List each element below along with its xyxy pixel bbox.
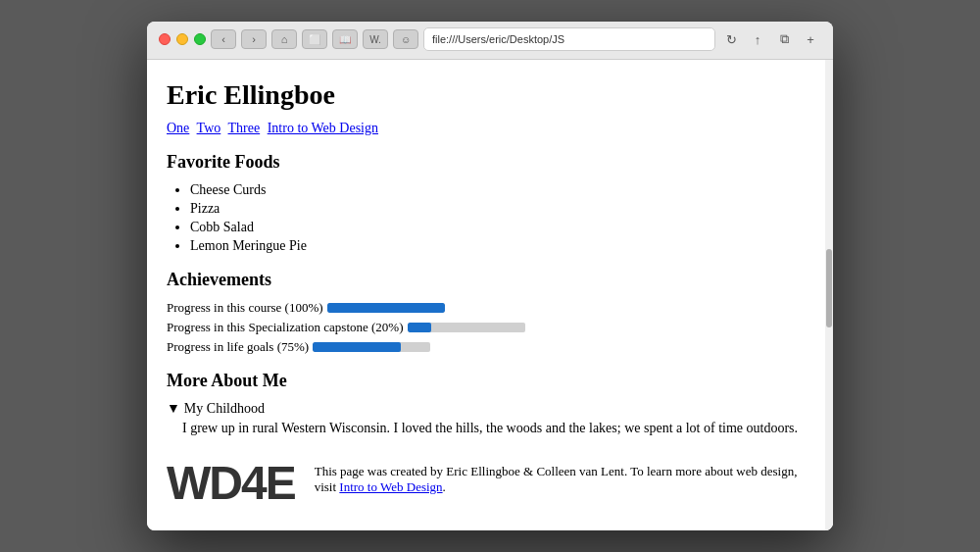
list-item: Lemon Meringue Pie [190,238,813,254]
browser-chrome: ‹ › ⌂ ⬜ 📖 W. ☺ [147,22,833,60]
close-button[interactable] [159,33,171,45]
scrollbar[interactable] [825,60,833,530]
progress-fill-course [327,303,445,313]
disclosure-content: I grew up in rural Western Wisconsin. I … [182,421,813,436]
disclosure-trigger[interactable]: ▼ My Childhood [167,401,813,417]
extension-button[interactable]: W. [363,29,388,49]
reader-mode-icon: 📖 [339,34,351,45]
progress-row-course: Progress in this course (100%) [167,300,813,316]
profile-icon: ☺ [401,34,411,45]
nav-link-two[interactable]: Two [197,121,221,135]
nav-links: One Two Three Intro to Web Design [167,121,813,136]
achievements-section: Progress in this course (100%) Progress … [167,300,813,355]
achievements-heading: Achievements [167,270,813,290]
progress-fill-capstone [408,323,431,332]
home-icon: ⌂ [281,33,288,45]
more-about-heading: More About Me [167,371,813,391]
wd4e-logo: WD4E [167,456,295,510]
list-item: Cheese Curds [190,182,813,198]
refresh-icon: ↻ [726,32,737,47]
disclosure-section: ▼ My Childhood I grew up in rural Wester… [167,401,813,436]
new-tab-button[interactable]: + [800,28,821,50]
toolbar-row: ‹ › ⌂ ⬜ 📖 W. ☺ [147,22,833,59]
progress-fill-life [313,342,401,352]
progress-row-capstone: Progress in this Specialization capstone… [167,320,813,335]
progress-bar-life [313,342,430,352]
back-icon: ‹ [221,33,225,45]
minimize-button[interactable] [176,33,188,45]
progress-row-life: Progress in life goals (75%) [167,339,813,355]
maximize-button[interactable] [194,33,206,45]
share-button[interactable]: ↑ [747,28,768,50]
forward-icon: › [252,33,256,45]
tabs-overview-button[interactable]: ⧉ [773,28,795,50]
nav-link-intro[interactable]: Intro to Web Design [268,121,378,135]
home-button[interactable]: ⌂ [271,29,297,49]
nav-link-one[interactable]: One [167,121,189,135]
new-tab-icon: + [807,32,814,47]
disclosure-label: My Childhood [184,401,265,417]
refresh-button[interactable]: ↻ [720,28,742,50]
tab-view-icon: ⬜ [309,34,320,45]
tabs-icon: ⧉ [780,31,789,47]
address-bar[interactable]: file:///Users/eric/Desktop/JS [423,27,715,51]
progress-label-course: Progress in this course (100%) [167,300,323,316]
back-button[interactable]: ‹ [211,29,236,49]
traffic-lights [159,33,206,45]
page-content: Eric Ellingboe One Two Three Intro to We… [147,60,833,530]
footer-link-label: Intro to Web Design [339,479,442,494]
list-item: Pizza [190,201,813,217]
tab-view-button[interactable]: ⬜ [302,29,327,49]
disclosure-arrow: ▼ [167,401,180,417]
browser-window: ‹ › ⌂ ⬜ 📖 W. ☺ [147,22,833,530]
food-list: Cheese Curds Pizza Cobb Salad Lemon Meri… [190,182,813,254]
progress-bar-course [327,303,445,313]
profile-button[interactable]: ☺ [393,29,418,49]
favorite-foods-heading: Favorite Foods [167,152,813,173]
forward-button[interactable]: › [241,29,267,49]
list-item: Cobb Salad [190,220,813,235]
footer-link[interactable]: Intro to Web Design [339,479,442,494]
reader-mode-button[interactable]: 📖 [332,29,358,49]
scrollbar-thumb[interactable] [826,249,832,327]
footer-area: WD4E This page was created by Eric Ellin… [167,456,813,510]
progress-label-life: Progress in life goals (75%) [167,339,309,355]
nav-link-three[interactable]: Three [228,121,261,135]
progress-bar-capstone [408,323,525,332]
share-icon: ↑ [755,32,761,47]
address-text: file:///Users/eric/Desktop/JS [432,33,564,45]
extension-icon: W. [369,34,381,45]
page-title: Eric Ellingboe [167,79,813,111]
footer-end: . [443,479,446,494]
progress-label-capstone: Progress in this Specialization capstone… [167,320,404,335]
footer-text: This page was created by Eric Ellingboe … [315,456,813,495]
